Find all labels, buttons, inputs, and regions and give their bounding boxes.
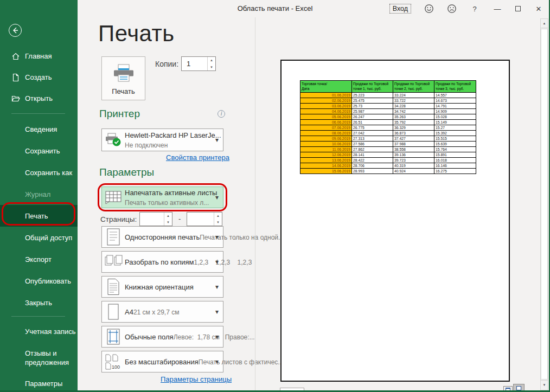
table-date-cell: 11.06.2019 — [300, 146, 352, 152]
settings-preview-divider — [255, 17, 255, 390]
sidebar-item-home[interactable]: Главная — [0, 46, 78, 67]
sidebar-item-print[interactable]: Печать — [0, 205, 78, 227]
sidebar-item-options[interactable]: Параметры — [0, 380, 78, 389]
table-value-cell: 39.723 — [393, 157, 434, 163]
collate-dropdown[interactable]: Разобрать по копиям1,2,3 1,2,3 1,2,3 ▾ — [101, 251, 223, 273]
table-row: 05.06.201926.24735.26315.028 — [300, 114, 476, 119]
chevron-down-icon[interactable]: ▾ — [211, 136, 223, 144]
close-icon[interactable]: ✕ — [534, 5, 543, 13]
table-value-cell: 15.515 — [434, 136, 476, 141]
sidebar-item-feedback[interactable]: Отзывы и предложения — [0, 349, 78, 368]
titlebar: Область печати - Excel Вход ? — ✕ — [0, 0, 550, 17]
sidebar-item-open[interactable]: Открыть — [0, 88, 78, 109]
sidebar-item-label: Экспорт — [25, 255, 52, 264]
copies-spinner[interactable]: 1 ▲ ▼ — [181, 56, 216, 71]
printer-status: Не подключен — [125, 142, 168, 149]
table-value-cell: 27.313 — [352, 136, 393, 141]
sidebar-item-label: Общий доступ — [25, 234, 72, 242]
chevron-down-icon[interactable]: ▾ — [211, 233, 223, 241]
spinner-up-icon[interactable]: ▲ — [208, 57, 215, 64]
scrollbar-thumb[interactable] — [541, 29, 548, 380]
pages-from-arrows: ▲ ▼ — [164, 213, 172, 226]
scaling-dropdown[interactable]: 100 Без масштабированияПечать листов с ф… — [101, 351, 223, 372]
sidebar-item-export[interactable]: Экспорт — [0, 248, 78, 270]
table-value-cell: 33.224 — [393, 92, 434, 98]
no-scaling-icon: 100 — [102, 354, 125, 370]
print-what-text: Напечатать активные листы Печать только … — [125, 188, 211, 207]
sidebar-item-new[interactable]: Создать — [0, 67, 78, 88]
chevron-down-icon[interactable]: ▾ — [211, 358, 223, 365]
table-value-cell: 26.247 — [352, 114, 393, 119]
copies-value[interactable]: 1 — [182, 57, 207, 70]
frown-icon[interactable] — [447, 4, 457, 14]
table-value-cell: 25.73 — [352, 103, 393, 108]
table-row: 06.06.201926.5135.79215.149 — [300, 119, 476, 125]
table-date-cell: 05.06.2019 — [300, 114, 352, 119]
sidebar-item-share[interactable]: Общий доступ — [0, 227, 78, 248]
sidebar-item-label: Главная — [25, 52, 52, 60]
printer-section-heading: Принтер — [99, 108, 140, 120]
spinner-up-icon[interactable]: ▲ — [164, 213, 172, 219]
preview-scrollbar[interactable]: ▲ ▼ — [540, 18, 548, 390]
print-button[interactable]: Печать — [101, 56, 145, 100]
chevron-down-icon[interactable]: ▾ — [211, 194, 223, 201]
margins-dropdown[interactable]: Обычные поляЛевое: 1,78 см Правое:... ▾ — [101, 326, 223, 348]
table-value-cell: 25.475 — [352, 98, 393, 103]
table-date-cell: 10.06.2019 — [300, 141, 352, 146]
sign-in-button[interactable]: Вход — [389, 4, 411, 14]
printer-properties-link[interactable]: Свойства принтера — [166, 153, 229, 162]
sidebar-item-save-as[interactable]: Сохранить как — [0, 162, 78, 183]
table-value-cell: 37.427 — [393, 136, 434, 141]
table-row: 10.06.201927.58637.98815.639 — [300, 141, 476, 146]
scroll-down-icon[interactable]: ▼ — [541, 380, 548, 389]
table-value-cell: 15.639 — [434, 141, 476, 146]
smiley-icon[interactable] — [424, 4, 434, 14]
sidebar-item-close-workbook[interactable]: Закрыть — [0, 292, 78, 313]
minimize-icon[interactable]: — — [493, 5, 502, 13]
help-icon[interactable]: ? — [470, 5, 479, 13]
printer-icon — [112, 63, 136, 84]
sidebar-item-publish[interactable]: Опубликовать — [0, 270, 78, 292]
info-icon[interactable]: i — [218, 110, 225, 118]
open-folder-icon — [11, 94, 20, 103]
spinner-down-icon[interactable]: ▼ — [208, 64, 215, 71]
back-button[interactable] — [9, 24, 22, 37]
page-setup-link[interactable]: Параметры страницы — [161, 375, 232, 383]
table-row: 15.06.201928.99340.92416.275 — [300, 168, 476, 173]
chevron-down-icon[interactable]: ▾ — [211, 308, 223, 316]
preview-table: Торговая точка/ ДатаПродажи по Торговой … — [300, 80, 476, 174]
pages-range-dash: - — [178, 215, 181, 223]
table-value-cell: 25.223 — [352, 92, 393, 98]
pages-to-spinner[interactable]: ▲ ▼ — [187, 212, 222, 226]
paper-size-dropdown[interactable]: A421 см x 29,7 см ▾ — [101, 301, 223, 323]
printer-dropdown[interactable]: Hewlett-Packard HP LaserJe... Не подключ… — [101, 128, 223, 151]
table-value-cell: 14.673 — [434, 98, 476, 103]
table-row: 01.06.201925.22333.22414.557 — [300, 92, 476, 98]
maximize-icon[interactable] — [515, 6, 521, 11]
one-sided-print-icon — [102, 228, 125, 246]
spinner-down-icon[interactable]: ▼ — [164, 219, 172, 226]
table-date-cell: 12.06.2019 — [300, 152, 352, 157]
sidebar-item-save[interactable]: Сохранить — [0, 140, 78, 162]
spinner-down-icon[interactable]: ▼ — [214, 219, 222, 226]
excel-backstage-print-window: Область печати - Excel Вход ? — ✕ — [0, 0, 550, 392]
spinner-up-icon[interactable]: ▲ — [214, 213, 222, 219]
table-header-cell: Продажи по Торговой точке 2, тыс. руб. — [393, 81, 434, 93]
chevron-down-icon[interactable]: ▾ — [211, 283, 223, 291]
orientation-dropdown[interactable]: Книжная ориентация ▾ — [101, 276, 223, 298]
table-value-cell: 14.557 — [434, 92, 476, 98]
pages-from-spinner[interactable]: ▲ ▼ — [139, 212, 172, 226]
print-what-dropdown[interactable]: Напечатать активные листы Печать только … — [101, 187, 223, 208]
chevron-down-icon[interactable]: ▾ — [211, 258, 223, 266]
pages-from-value[interactable] — [140, 213, 164, 226]
scroll-up-icon[interactable]: ▲ — [541, 19, 548, 28]
sidebar-item-label: Сохранить как — [25, 169, 72, 177]
pages-to-value[interactable] — [187, 213, 214, 226]
table-value-cell: 14.909 — [434, 108, 476, 114]
sidebar-item-info[interactable]: Сведения — [0, 118, 78, 140]
table-row: 14.06.201928.70640.31916.146 — [300, 163, 476, 168]
duplex-dropdown[interactable]: Односторонняя печатьПечатать только на о… — [101, 226, 223, 248]
print-button-label: Печать — [112, 87, 135, 95]
chevron-down-icon[interactable]: ▾ — [211, 333, 223, 340]
sidebar-item-account[interactable]: Учетная запись — [0, 327, 78, 337]
